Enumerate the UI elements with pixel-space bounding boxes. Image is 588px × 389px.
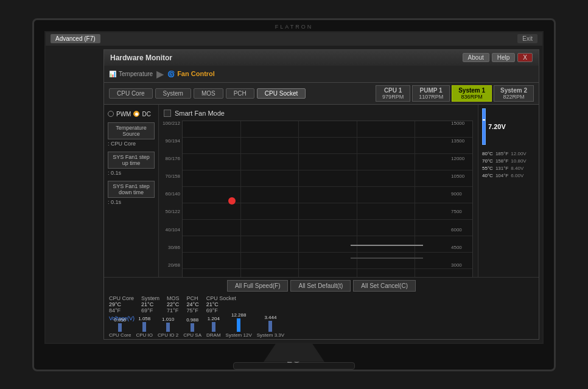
y-label-3: 70/158	[166, 173, 180, 179]
window-controls: About Help X	[463, 53, 533, 62]
tab-cpu-socket[interactable]: CPU Socket	[257, 88, 306, 99]
y-label-7: 30/86	[168, 245, 180, 250]
bottom-section: All Full Speed(F) All Set Default(t) All…	[104, 277, 539, 339]
about-button[interactable]: About	[463, 53, 489, 62]
fan-system1-name: System 1	[458, 87, 485, 94]
tab-row: CPU Core System MOS PCH CPU Socket CPU 1…	[104, 83, 539, 105]
voltage-cpu-io: 1.058 CPU IO	[136, 316, 153, 338]
step-up-section: SYS Fan1 step up time : 0.1s	[108, 152, 155, 176]
pwm-dc-toggle: PWM DC	[108, 111, 155, 117]
y-label-0: 100/212	[163, 121, 180, 126]
y-label-1: 90/194	[166, 138, 180, 144]
y-label-8: 20/68	[168, 262, 180, 268]
nav-fan-control[interactable]: 🌀 Fan Control	[167, 70, 215, 77]
temp-source-button[interactable]: Temperature Source	[108, 122, 155, 139]
voltage-dram: 1.204 DRAM	[206, 316, 221, 338]
y-right-1: 13500	[451, 138, 464, 144]
y-axis-right: 15000 13500 12000 10500 9000 7500 6000 4…	[449, 121, 473, 304]
y-label-2: 80/176	[166, 156, 180, 161]
v-bar-cpu-core	[118, 323, 122, 332]
fan-tab-system1[interactable]: System 1 836RPM	[452, 85, 492, 102]
all-set-cancel-button[interactable]: All Set Cancel(C)	[353, 280, 416, 292]
y-right-5: 7500	[451, 209, 462, 214]
fan-pump1-rpm: 1107RPM	[419, 94, 443, 100]
tab-system[interactable]: System	[155, 88, 191, 99]
right-row-0: 80°C 185°F 12.00V	[482, 151, 535, 156]
v-bar-cpu-sa	[191, 323, 194, 332]
tab-cpu-core[interactable]: CPU Core	[109, 88, 153, 99]
smart-fan-label: Smart Fan Mode	[175, 110, 225, 117]
y-right-3: 10500	[451, 173, 464, 179]
y-right-6: 6000	[451, 227, 462, 233]
step-down-section: SYS Fan1 step down time : 0.1s	[108, 181, 155, 205]
temp-source-value: : CPU Core	[108, 141, 155, 147]
voltage-system-33v: 3.444 System 3.3V	[257, 315, 284, 338]
temp-source-section: Temperature Source : CPU Core	[108, 122, 155, 147]
taskbar-item-advanced[interactable]: Advanced (F7)	[51, 34, 100, 43]
temperature-label: Temperature	[119, 71, 153, 77]
fan-tab-cpu1[interactable]: CPU 1 979RPM	[376, 85, 410, 102]
voltage-bar-indicator	[482, 108, 486, 145]
y-label-5: 50/122	[166, 209, 180, 214]
pwm-radio[interactable]	[108, 111, 114, 117]
y-right-7: 4500	[451, 245, 462, 250]
smart-fan-mode-row: Smart Fan Mode	[164, 110, 473, 117]
v-bar-cpu-io2	[166, 323, 170, 332]
step-line	[351, 245, 423, 246]
voltage-bars: 0.856 CPU Core 1.058 CPU IO 1.010 CPU IO…	[104, 322, 539, 339]
step-down-value: : 0.1s	[108, 199, 155, 205]
voltage-system-12v: 12.288 System 12V	[226, 312, 252, 338]
all-set-default-button[interactable]: All Set Default(t)	[290, 280, 351, 292]
monitor-stand	[264, 344, 324, 362]
fan-system2-rpm: 822RPM	[500, 94, 527, 100]
smart-fan-checkbox[interactable]	[164, 110, 171, 117]
action-buttons: All Full Speed(F) All Set Default(t) All…	[104, 278, 539, 294]
monitor-brand: FLATRON	[275, 24, 313, 30]
right-row-1: 70°C 158°F 10.80V	[482, 158, 535, 164]
fan-cpu1-name: CPU 1	[382, 87, 404, 94]
navbar: 📊 Temperature ▶ 🌀 Fan Control	[104, 66, 539, 83]
right-temp-table: 80°C 185°F 12.00V 70°C 158°F 10.80V 55°C	[482, 150, 535, 178]
y-label-4: 60/140	[166, 191, 180, 197]
nav-arrow: ▶	[156, 68, 164, 80]
sensor-cpu-core: CPU Core 29°C 84°F	[109, 295, 134, 314]
nav-temperature: 📊 Temperature	[109, 71, 153, 77]
dc-radio[interactable]	[133, 111, 139, 117]
step-up-button[interactable]: SYS Fan1 step up time	[108, 152, 155, 169]
right-row-3: 40°C 104°F 6.00V	[482, 173, 535, 178]
chart-grid[interactable]	[182, 121, 473, 304]
taskbar-item-exit[interactable]: Exit	[517, 34, 537, 43]
v-bar-system-33v	[268, 321, 272, 332]
y-right-4: 9000	[451, 191, 462, 197]
sensor-row: CPU Core 29°C 84°F System 21°C 69°F MOS …	[104, 294, 539, 315]
v-bar-cpu-io	[142, 322, 146, 332]
monitor-bottom: LG	[233, 344, 355, 370]
y-right-2: 12000	[451, 156, 464, 161]
data-point[interactable]	[228, 197, 236, 205]
help-button[interactable]: Help	[492, 53, 516, 62]
taskbar: Advanced (F7) Exit	[46, 32, 542, 46]
fan-control-label: Fan Control	[177, 70, 215, 77]
fan-tab-system2[interactable]: System 2 822RPM	[494, 85, 534, 102]
right-row-2: 55°C 131°F 8.40V	[482, 166, 535, 171]
tab-mos[interactable]: MOS	[194, 88, 223, 99]
voltage-cpu-sa: 0.988 CPU SA	[183, 317, 201, 338]
fan-tab-pump1[interactable]: PUMP 1 1107RPM	[412, 85, 450, 102]
step-down-button[interactable]: SYS Fan1 step down time	[108, 181, 155, 198]
screen: Advanced (F7) Exit Hardware Monitor Abou…	[44, 31, 544, 344]
voltage-display: 7.20V	[482, 108, 535, 145]
fan-system2-name: System 2	[500, 87, 527, 94]
step-line-2	[351, 258, 423, 259]
voltage-cpu-core: 0.856 CPU Core	[109, 317, 131, 338]
y-label-6: 40/104	[166, 227, 180, 233]
window-title: Hardware Monitor	[110, 54, 172, 62]
tab-pch[interactable]: PCH	[226, 88, 254, 99]
dc-label: DC	[142, 111, 150, 117]
v-bar-system-12v	[237, 318, 240, 332]
pwm-label: PWM	[116, 111, 131, 117]
y-right-8: 3000	[451, 262, 462, 268]
y-right-0: 15000	[451, 121, 464, 126]
close-button[interactable]: X	[517, 53, 533, 62]
all-full-speed-button[interactable]: All Full Speed(F)	[227, 280, 288, 292]
sensor-system: System 21°C 69°F	[141, 295, 159, 314]
